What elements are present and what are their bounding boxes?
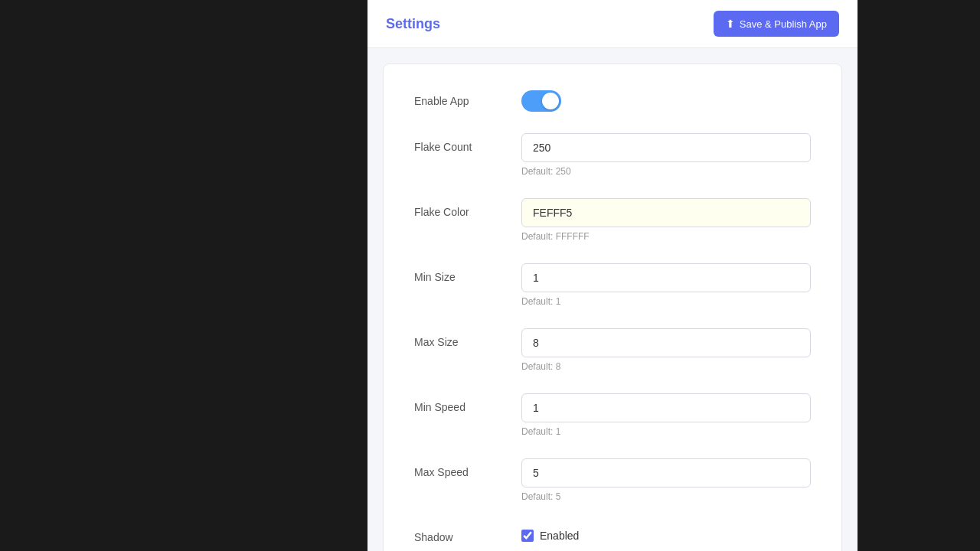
flake-count-control: Default: 250	[521, 133, 811, 177]
min-size-control: Default: 1	[521, 263, 811, 307]
min-speed-row: Min Speed Default: 1	[414, 393, 811, 437]
max-size-input[interactable]	[521, 328, 811, 357]
max-size-row: Max Size Default: 8	[414, 328, 811, 372]
max-size-label: Max Size	[414, 328, 521, 348]
flake-color-default: Default: FFFFFF	[521, 231, 811, 242]
min-speed-label: Min Speed	[414, 393, 521, 413]
max-speed-label: Max Speed	[414, 458, 521, 478]
settings-form: Enable App Flake Count Default: 250 Flak…	[383, 64, 842, 551]
min-size-label: Min Size	[414, 263, 521, 283]
save-icon: ⬆	[726, 18, 735, 30]
shadow-checkbox-input[interactable]	[521, 530, 534, 542]
enable-app-control	[521, 87, 811, 112]
flake-color-input[interactable]	[521, 198, 811, 227]
shadow-control: Enabled	[521, 523, 811, 542]
max-speed-default: Default: 5	[521, 491, 811, 502]
min-size-row: Min Size Default: 1	[414, 263, 811, 307]
flake-color-label: Flake Color	[414, 198, 521, 218]
flake-count-row: Flake Count Default: 250	[414, 133, 811, 177]
header-save-publish-label: Save & Publish App	[740, 18, 827, 30]
flake-count-default: Default: 250	[521, 166, 811, 177]
min-size-input[interactable]	[521, 263, 811, 292]
max-speed-control: Default: 5	[521, 458, 811, 502]
shadow-row: Shadow Enabled	[414, 523, 811, 543]
shadow-checkbox-row: Enabled	[521, 523, 811, 542]
max-size-control: Default: 8	[521, 328, 811, 372]
min-size-default: Default: 1	[521, 296, 811, 307]
shadow-checkbox-label[interactable]: Enabled	[540, 530, 579, 542]
enable-app-label: Enable App	[414, 87, 521, 107]
max-speed-input[interactable]	[521, 458, 811, 487]
flake-count-label: Flake Count	[414, 133, 521, 153]
page-title: Settings	[386, 16, 440, 32]
max-speed-row: Max Speed Default: 5	[414, 458, 811, 502]
enable-app-row: Enable App	[414, 87, 811, 112]
min-speed-default: Default: 1	[521, 426, 811, 437]
min-speed-control: Default: 1	[521, 393, 811, 437]
flake-color-control: Default: FFFFFF	[521, 198, 811, 242]
min-speed-input[interactable]	[521, 393, 811, 422]
shadow-label: Shadow	[414, 523, 521, 543]
enable-app-toggle-label[interactable]	[521, 90, 561, 112]
page-header: Settings ⬆ Save & Publish App	[368, 0, 858, 48]
flake-color-row: Flake Color Default: FFFFFF	[414, 198, 811, 242]
header-save-publish-button[interactable]: ⬆ Save & Publish App	[714, 11, 839, 37]
flake-count-input[interactable]	[521, 133, 811, 162]
max-size-default: Default: 8	[521, 361, 811, 372]
